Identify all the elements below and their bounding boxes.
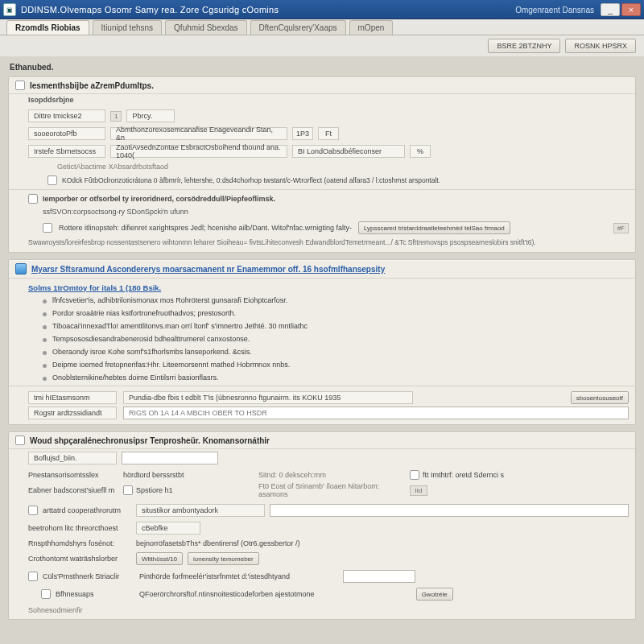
section2-subtitle-link[interactable]: Solms 1trOmtoy for itals 1 (180 Bsik.	[28, 283, 161, 292]
page-heading: Ethanubed.	[10, 63, 636, 72]
s3-r4-input[interactable]	[270, 504, 629, 517]
panel-section-3: Woud shpçaralénechronusipsr Tenprosheür.…	[8, 431, 636, 620]
s2-item-0: lfnfcsvetier'is, adhibtrilonismonax mos …	[9, 294, 635, 307]
action-bar: BSRE 2BTZNHY ROSNK HPSRX	[0, 35, 644, 56]
s1-note1: KOdck FûtbOclronzoticrátona 0 àfbmrír, l…	[62, 176, 440, 184]
s1b-check[interactable]	[28, 194, 38, 204]
s3-r5-r: cBebfke	[136, 522, 200, 535]
s1-r1-tag: 1	[110, 111, 122, 122]
tab-2[interactable]: Qfuhmid Sbexdas	[165, 20, 247, 35]
s2-item-5: Deipme ioemed fretopnerifas:Hhr. Liteemo…	[9, 358, 635, 371]
s2-item-1: Pordor sroaàtrie nias kstfortronefruotha…	[9, 307, 635, 320]
section1-subhead: Isopddsrbjne	[9, 94, 635, 107]
s1b-title: Iemporber or otfsorbel ty ireroridnerd, …	[43, 195, 275, 203]
section2-list: lfnfcsvetier'is, adhibtrilonismonax mos …	[9, 294, 635, 384]
tab-3[interactable]: DftenCqulsrery'Xaaps	[250, 20, 346, 35]
s2-row2-label: Rogstr ardtzssidiandt	[28, 407, 117, 419]
s1-note1-check[interactable]	[47, 175, 57, 185]
s1-r2-value: Abmthonzorexosemcanafise Enageveandir St…	[110, 127, 287, 140]
s1b-opt: Rottere itlinopsteh: difienret xarightsp…	[59, 224, 352, 232]
s1-r3-value: ZaotiAvsednZontae EsbractOsboihend tboun…	[110, 145, 287, 158]
window-close-button[interactable]: ×	[621, 3, 641, 16]
s2-row2-input[interactable]	[123, 407, 629, 419]
s3-r1-l: Boflujsd_biin.	[28, 452, 117, 464]
s3-r7-btn1[interactable]: Wltthösst/10	[136, 552, 183, 565]
window-title: DDINSM.Olvemaps Osomr Samy rea. Zore Cgs…	[21, 5, 515, 14]
section2-title-link[interactable]: Myarsr Sftsramund Ascondererys moarsacma…	[31, 265, 385, 274]
s2-item-3: Tempsososdiesandrabenerosid bdhealttrume…	[9, 332, 635, 345]
s3-r4-l: arttatrd cooperathrorutm	[43, 506, 131, 514]
s3-r9-check[interactable]	[41, 589, 51, 599]
section1-title: Iesmenthsbijbe aZremPdumItps.	[30, 81, 154, 90]
window-subtitle: Omgenraent Dansnas	[515, 6, 594, 14]
s3-r1-input[interactable]	[122, 452, 218, 464]
section3-title: Woud shpçaralénechronusipsr Tenprosheür.…	[30, 436, 270, 445]
s3-r2-l: Pnestansorisomtsslex	[28, 471, 117, 479]
s3-r9-r: QFoerörchrorsftof.ntinsnoitesticodeforbe…	[139, 590, 315, 598]
s2-row1-value: Pundia-dbe fbis t edblt T'is (úbnesronno…	[123, 391, 413, 404]
panel-section-1: Iesmenthsbijbe aZremPdumItps. Isopddsrbj…	[8, 76, 636, 253]
s3-r3-tag: IId	[410, 485, 427, 496]
tab-active[interactable]: Rzomdls Riobias	[6, 20, 89, 35]
s1-r2-box: Ft	[318, 127, 339, 140]
s3-r8-l: Cüls'Pmsthnerk Striaclir	[43, 572, 134, 580]
s3-r4-r: situstikor ambontyadork	[136, 504, 265, 517]
s3-r8-input[interactable]	[343, 570, 415, 583]
s1-r3-side: BI LondOabsdbéfieconser	[292, 145, 405, 158]
s3-r9-btn[interactable]: Gwotréle	[416, 588, 453, 601]
s2-row1-label: tmi hIEtasmsonm	[28, 391, 117, 404]
window-minimize-button[interactable]: _	[601, 3, 620, 16]
tab-1[interactable]: Itiunipd tehsns	[93, 20, 163, 35]
s3-r2-check[interactable]	[410, 470, 419, 480]
action-button-left[interactable]: BSRE 2BTZNHY	[488, 39, 560, 53]
action-button-right[interactable]: ROSNK HPSRX	[565, 39, 636, 53]
s3-r3-r: Spstiore h1	[136, 486, 173, 494]
s1-r3-num: %	[410, 145, 431, 158]
s1-r3-label: Irstefe Sbrnetsocss	[28, 145, 105, 158]
s3-r3-l: Eabner badsconst'siuefll m	[28, 486, 117, 494]
s1-r1-value: Pbrcy.	[126, 109, 175, 122]
s3-r6-r: bejnorröfasetsbThs* dbentirensf (Otr6.ge…	[136, 539, 300, 547]
s1-footnote: Swawroysts/loreirfesbrop nossentastsener…	[9, 237, 635, 252]
s3-r8-r: Pinthörde forfmeelér'istsrfnmtet d:'iste…	[139, 572, 290, 580]
s3-r6-l: Rnspthhomdshyrs fosénot:	[28, 539, 131, 547]
window-titlebar: ▣ DDINSM.Olvemaps Osomr Samy rea. Zore C…	[0, 0, 644, 19]
s2-item-6: Onoblsternikine/hebtes doime Eintilsrri …	[9, 371, 635, 384]
s2-item-2: Tiboacai'innexadTlo! amenttlitonvs.man o…	[9, 320, 635, 332]
s3-footer-label: Sohnesodmienfir	[28, 606, 83, 614]
s2-row1-button[interactable]: sbosentosuseotf	[571, 391, 629, 404]
s1b-pill: #F	[613, 223, 629, 233]
s3-r2-c3: Sitnd: 0 deksceh:mm	[258, 471, 403, 479]
s3-r8-check[interactable]	[28, 572, 38, 581]
section1-checkbox[interactable]	[15, 80, 25, 90]
s3-r2-r: hördtord berssrstbt	[123, 471, 252, 479]
section3-checkbox[interactable]	[15, 436, 25, 445]
s1b-opt-check[interactable]	[43, 223, 52, 233]
s1-r1-label: Dittre tmickse2	[28, 109, 105, 122]
s3-r7-btn2[interactable]: ionensIty temomeber	[188, 552, 259, 565]
s1b-sub: ssfSVOn:corpsoctsong-ry SDonSpcki'n ufun…	[9, 206, 635, 219]
s3-r3-check[interactable]	[123, 485, 133, 495]
s3-r2-c4: ftt Imthtrf: oretd Sdernci s	[423, 471, 504, 479]
s3-r7-l: Crothontomt waträshslorber	[28, 555, 131, 563]
s1b-button[interactable]: Lypsscared tristarddraatleteehmèd telSao…	[358, 221, 510, 234]
content-area: Ethanubed. Iesmenthsbijbe aZremPdumItps.…	[0, 56, 644, 644]
s3-r3-c3: Ft0 Eost of Srinarnb' íloaen Nitarbom: a…	[258, 482, 403, 498]
panel-section-2: Myarsr Sftsramund Ascondererys moarsacma…	[8, 259, 636, 425]
s3-r9-l: Bfhnesuaps	[56, 590, 134, 598]
tab-bar: Rzomdls Riobias Itiunipd tehsns Qfuhmid …	[0, 19, 644, 35]
s2-item-4: Oberaondy isroe Kohe somf's1fhorlsmbs la…	[9, 345, 635, 358]
s1-r2-num: 1P3	[292, 127, 313, 140]
s1-note1-label: GetictAbactime XAbsardrbotsftaod	[57, 163, 168, 171]
app-icon: ▣	[3, 3, 16, 16]
s3-r5-l: beetrohom litc threorcthoest	[28, 524, 131, 532]
section2-icon	[15, 263, 27, 275]
s1-r2-label: sooeorotoPfb	[28, 127, 105, 140]
tab-4[interactable]: mOpen	[349, 20, 394, 35]
s3-r4-check[interactable]	[28, 506, 38, 515]
